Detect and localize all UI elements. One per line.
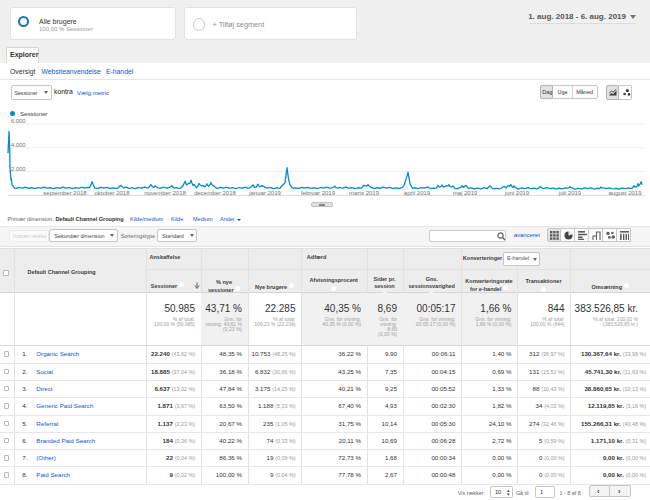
svg-text:maj 2019: maj 2019 (453, 190, 478, 196)
svg-text:april 2019: april 2019 (404, 190, 431, 196)
svg-text:januar 2019: januar 2019 (248, 190, 281, 196)
svg-text:juli 2019: juli 2019 (558, 190, 582, 196)
svg-text:februar 2019: februar 2019 (301, 190, 336, 196)
svg-text:marts 2019: marts 2019 (349, 190, 380, 196)
svg-text:september 2018: september 2018 (43, 190, 87, 196)
svg-text:4.000: 4.000 (11, 142, 26, 148)
svg-text:august 2019: august 2019 (608, 190, 642, 196)
svg-text:november 2018: november 2018 (144, 190, 186, 196)
svg-text:december 2018: december 2018 (194, 190, 236, 196)
svg-text:6.000: 6.000 (11, 118, 26, 124)
svg-text:2.000: 2.000 (11, 166, 26, 172)
svg-text:juni 2019: juni 2019 (504, 190, 530, 196)
svg-text:oktober 2018: oktober 2018 (94, 190, 130, 196)
